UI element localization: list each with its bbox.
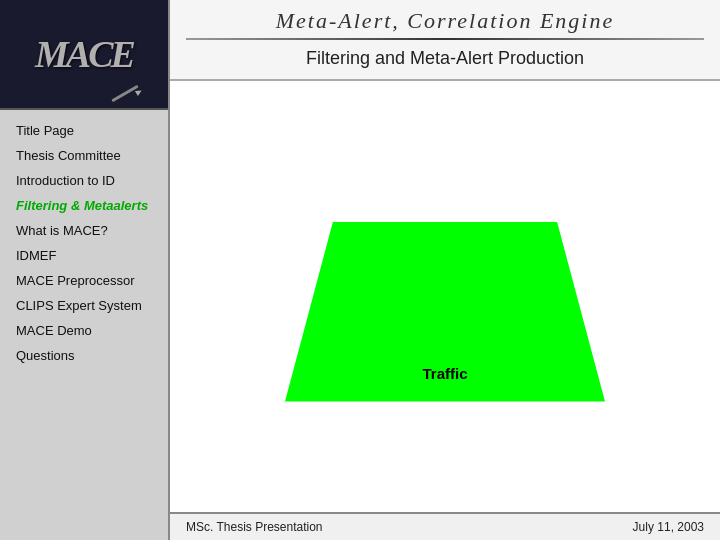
header: Meta-Alert, Correlation Engine Filtering… <box>170 0 720 81</box>
main-layout: MACE Title PageThesis CommitteeIntroduct… <box>0 0 720 540</box>
sidebar-item-title-page[interactable]: Title Page <box>0 118 168 143</box>
sidebar-item-mace-preprocessor[interactable]: MACE Preprocessor <box>0 268 168 293</box>
sidebar: MACE Title PageThesis CommitteeIntroduct… <box>0 0 170 540</box>
sidebar-item-questions[interactable]: Questions <box>0 343 168 368</box>
sidebar-item-idmef[interactable]: IDMEF <box>0 243 168 268</box>
trapezoid-wrapper: Traffic <box>285 222 605 402</box>
footer-left-text: MSc. Thesis Presentation <box>186 520 323 534</box>
slide-area: Traffic <box>170 81 720 512</box>
sidebar-item-filtering-metaalerts[interactable]: Filtering & Metaalerts <box>0 193 168 218</box>
sidebar-nav: Title PageThesis CommitteeIntroduction t… <box>0 110 168 540</box>
footer: MSc. Thesis Presentation July 11, 2003 <box>170 512 720 540</box>
trapezoid-label: Traffic <box>422 365 467 382</box>
content-area: Meta-Alert, Correlation Engine Filtering… <box>170 0 720 540</box>
sidebar-item-mace-demo[interactable]: MACE Demo <box>0 318 168 343</box>
sidebar-item-what-is-mace[interactable]: What is MACE? <box>0 218 168 243</box>
header-divider <box>186 38 704 40</box>
header-title: Meta-Alert, Correlation Engine <box>276 8 614 34</box>
footer-right-text: July 11, 2003 <box>633 520 704 534</box>
sidebar-item-clips-expert-system[interactable]: CLIPS Expert System <box>0 293 168 318</box>
sidebar-logo: MACE <box>0 0 168 110</box>
header-subtitle: Filtering and Meta-Alert Production <box>306 48 584 69</box>
trapezoid-shape: Traffic <box>285 222 605 402</box>
sidebar-item-intro-to-id[interactable]: Introduction to ID <box>0 168 168 193</box>
sidebar-item-thesis-committee[interactable]: Thesis Committee <box>0 143 168 168</box>
